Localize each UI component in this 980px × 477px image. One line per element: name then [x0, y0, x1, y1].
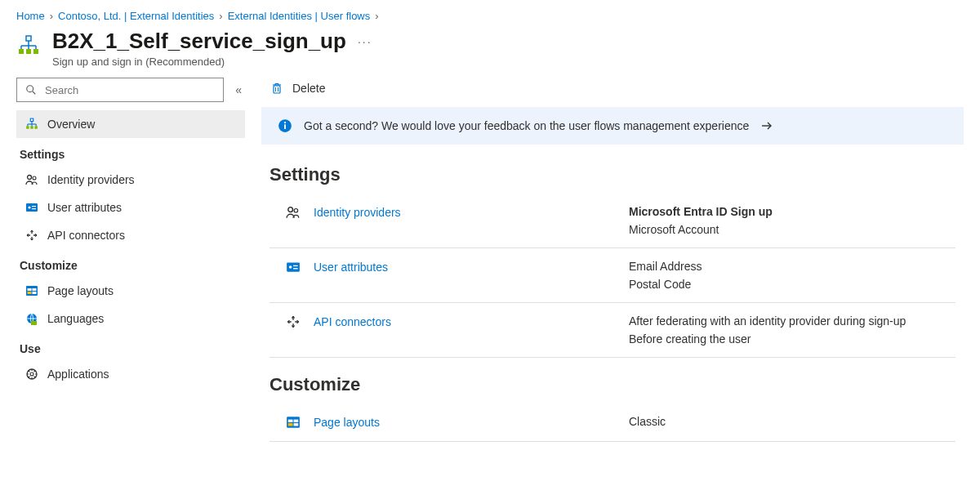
svg-rect-14	[34, 126, 37, 128]
sidebar-item-label: Identity providers	[47, 173, 135, 186]
chevron-right-icon: ›	[219, 10, 222, 22]
settings-row: Page layoutsClassic	[270, 403, 956, 442]
more-actions-button[interactable]: ···	[358, 29, 372, 48]
svg-rect-54	[294, 420, 299, 422]
svg-rect-28	[33, 288, 37, 291]
feedback-arrow-button[interactable]	[760, 119, 773, 132]
info-icon	[278, 118, 292, 133]
user-flow-icon	[24, 117, 39, 132]
sidebar-item-user-attributes[interactable]: User attributes	[16, 194, 245, 221]
sidebar-item-label: Languages	[47, 312, 104, 325]
svg-rect-50	[293, 265, 298, 266]
user-attributes-icon	[24, 200, 39, 215]
row-value: Classic	[629, 415, 956, 428]
page-subtitle: Sign up and sign in (Recommended)	[52, 56, 346, 68]
svg-rect-3	[33, 49, 38, 54]
languages-icon	[24, 311, 39, 326]
customize-rows: Page layoutsClassic	[270, 403, 956, 442]
svg-point-46	[288, 207, 293, 212]
sidebar-item-label: API connectors	[47, 229, 125, 242]
breadcrumb-org[interactable]: Contoso, Ltd. | External Identities	[58, 10, 214, 22]
svg-rect-11	[30, 118, 33, 121]
breadcrumb-home[interactable]: Home	[16, 10, 45, 22]
breadcrumb: Home › Contoso, Ltd. | External Identiti…	[0, 0, 980, 29]
svg-point-49	[289, 265, 292, 269]
svg-rect-22	[26, 203, 38, 212]
svg-point-9	[27, 86, 33, 92]
svg-rect-35	[274, 86, 280, 93]
svg-rect-55	[288, 423, 293, 426]
settings-heading: Settings	[270, 164, 956, 185]
breadcrumb-userflows[interactable]: External Identities | User flows	[228, 10, 371, 22]
row-link[interactable]: Page layouts	[314, 416, 380, 429]
svg-point-21	[33, 176, 36, 180]
row-link[interactable]: User attributes	[314, 261, 388, 274]
feedback-banner: Got a second? We would love your feedbac…	[261, 107, 964, 145]
collapse-sidebar-button[interactable]: «	[232, 83, 245, 96]
feedback-text: Got a second? We would love your feedbac…	[304, 119, 749, 132]
sidebar-item-api-connectors[interactable]: API connectors	[16, 221, 245, 249]
row-value: Before creating the user	[629, 332, 956, 345]
search-input[interactable]	[45, 84, 216, 96]
identity-providers-icon	[24, 172, 39, 187]
main-panel: Delete Got a second? We would love your …	[261, 78, 964, 442]
delete-icon	[270, 81, 284, 96]
svg-rect-1	[19, 49, 24, 54]
sidebar-item-label: User attributes	[47, 201, 122, 214]
customize-heading: Customize	[270, 374, 956, 395]
svg-rect-51	[293, 268, 298, 269]
sidebar: « Overview Settings	[16, 78, 245, 442]
page-layouts-icon	[286, 415, 301, 430]
search-box[interactable]	[16, 78, 224, 102]
delete-button[interactable]: Delete	[270, 81, 325, 96]
page-title: B2X_1_Self_service_sign_up	[52, 29, 346, 54]
sidebar-item-overview[interactable]: Overview	[16, 110, 245, 138]
settings-rows: Identity providersMicrosoft Entra ID Sig…	[270, 194, 956, 358]
row-value: Postal Code	[629, 278, 956, 291]
page-layouts-icon	[24, 283, 39, 298]
svg-rect-2	[26, 49, 31, 54]
row-value: Microsoft Account	[629, 223, 956, 236]
sidebar-section-customize: Customize	[16, 249, 245, 277]
svg-point-20	[28, 176, 32, 180]
svg-point-47	[294, 209, 298, 213]
chevron-right-icon: ›	[50, 10, 53, 22]
svg-rect-0	[26, 36, 31, 41]
settings-row: Identity providersMicrosoft Entra ID Sig…	[270, 194, 956, 248]
identity-providers-icon	[286, 205, 301, 220]
row-link[interactable]: API connectors	[314, 315, 391, 328]
applications-icon	[24, 367, 39, 381]
user-attributes-icon	[286, 260, 301, 274]
row-link[interactable]: Identity providers	[314, 206, 401, 219]
svg-rect-32	[31, 321, 37, 325]
page-header: B2X_1_Self_service_sign_up Sign up and s…	[0, 29, 980, 78]
svg-rect-25	[32, 208, 36, 209]
chevron-right-icon: ›	[375, 10, 378, 22]
user-flow-icon	[16, 33, 41, 58]
row-value: Microsoft Entra ID Sign up	[629, 205, 956, 218]
svg-point-23	[28, 206, 30, 208]
sidebar-item-languages[interactable]: Languages	[16, 305, 245, 332]
svg-rect-12	[26, 126, 29, 128]
settings-row: API connectorsAfter federating with an i…	[270, 303, 956, 358]
svg-line-10	[33, 91, 36, 95]
sidebar-item-identity-providers[interactable]: Identity providers	[16, 166, 245, 194]
svg-point-44	[284, 122, 286, 123]
row-value: Email Address	[629, 260, 956, 273]
sidebar-item-page-layouts[interactable]: Page layouts	[16, 277, 245, 305]
svg-rect-56	[294, 423, 299, 426]
svg-rect-48	[287, 262, 300, 271]
svg-rect-53	[288, 420, 293, 422]
sidebar-section-settings: Settings	[16, 138, 245, 166]
svg-rect-13	[30, 126, 33, 128]
sidebar-item-applications[interactable]: Applications	[16, 360, 245, 388]
sidebar-section-use: Use	[16, 332, 245, 360]
svg-rect-24	[32, 206, 36, 207]
api-connectors-icon	[286, 314, 301, 329]
svg-rect-43	[284, 124, 286, 129]
delete-label: Delete	[292, 82, 325, 95]
sidebar-item-label: Page layouts	[47, 284, 114, 297]
sidebar-item-label: Overview	[47, 118, 95, 131]
sidebar-item-label: Applications	[47, 368, 109, 381]
api-connectors-icon	[24, 228, 39, 243]
